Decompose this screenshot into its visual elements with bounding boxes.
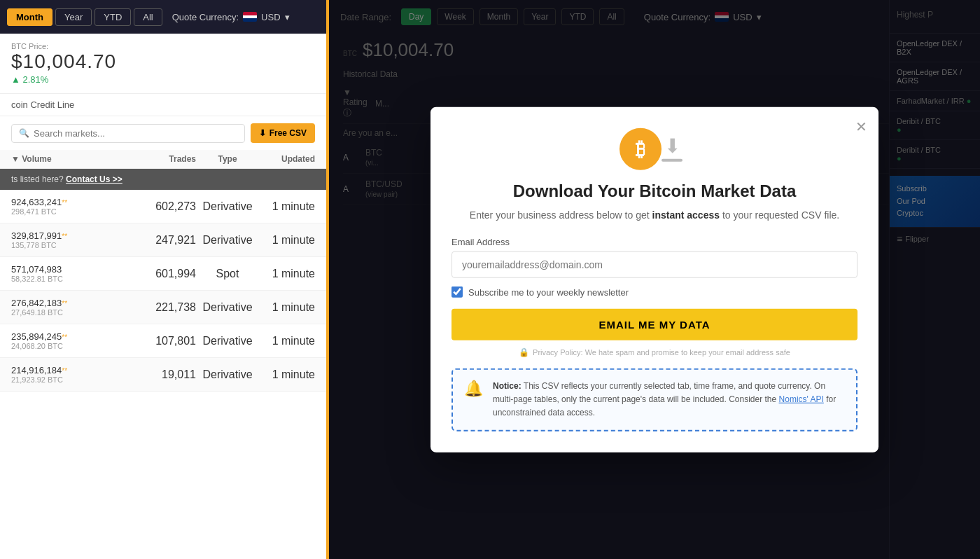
vol-value: 571,074,983 [11, 264, 140, 275]
search-icon: 🔍 [19, 128, 29, 138]
checkbox-row: Subscribe me to your weekly newsletter [451, 287, 858, 298]
flag-icon-left [243, 12, 257, 22]
vol-btc: 135,778 BTC [11, 241, 140, 249]
table-row: 276,842,183** 27,649.18 BTC 221,738 Deri… [0, 291, 326, 324]
quote-currency-left: Quote Currency: USD ▾ [172, 12, 290, 22]
updated-value: 1 minute [259, 335, 315, 347]
modal-close-button[interactable]: ✕ [855, 118, 867, 135]
star-badge: ** [62, 367, 67, 375]
trades-value: 221,738 [140, 301, 196, 314]
vol-value: 329,817,991** [11, 230, 140, 241]
star-badge: ** [62, 233, 67, 240]
checkbox-label: Subscribe me to your weekly newsletter [468, 287, 629, 297]
email-label: Email Address [451, 237, 858, 247]
download-line [662, 159, 682, 162]
subtitle-bold: instant access [652, 209, 720, 221]
notice-content: Notice: This CSV reflects your currently… [493, 380, 845, 420]
contact-bar: ts listed here? Contact Us >> [0, 169, 326, 190]
nav-year[interactable]: Year [55, 8, 92, 26]
email-input[interactable] [451, 251, 858, 278]
modal-icon-area: ₿ ⬇ [451, 128, 858, 170]
updated-value: 1 minute [259, 301, 315, 314]
vol-btc: 27,649.18 BTC [11, 308, 140, 317]
currency-chevron-left[interactable]: ▾ [285, 12, 290, 22]
star-badge: ** [62, 199, 67, 207]
btc-price-value: $10,004.70 [11, 50, 315, 73]
type-value: Derivative [196, 200, 259, 213]
notice-title: Notice: [493, 381, 522, 391]
type-value: Spot [196, 268, 259, 280]
star-badge: ** [62, 300, 67, 308]
right-panel: Date Range: Day Week Month Year YTD All … [329, 0, 980, 559]
updated-value: 1 minute [259, 268, 315, 280]
vol-value: 924,633,241** [11, 197, 140, 207]
nomics-api-link[interactable]: Nomics' API [779, 394, 824, 404]
table-body: 924,633,241** 298,471 BTC 602,273 Deriva… [0, 190, 326, 392]
subtitle-after: to your requested CSV file. [722, 209, 839, 221]
search-input[interactable] [34, 128, 237, 139]
trades-value: 601,994 [140, 268, 196, 280]
table-row: 235,894,245** 24,068.20 BTC 107,801 Deri… [0, 324, 326, 358]
csv-btn-label: Free CSV [270, 128, 307, 138]
section-title: coin Credit Line [0, 94, 326, 116]
type-value: Derivative [196, 335, 259, 347]
col-header-volume[interactable]: ▼ Volume [11, 154, 140, 164]
col-header-type: Type [196, 154, 259, 164]
contact-link[interactable]: Contact Us >> [66, 174, 122, 184]
updated-value: 1 minute [259, 200, 315, 213]
bitcoin-icon: ₿ [620, 128, 662, 170]
vol-btc: 24,068.20 BTC [11, 342, 140, 350]
type-value: Derivative [196, 301, 259, 314]
email-me-button[interactable]: EMAIL ME MY DATA [451, 309, 858, 340]
table-row: 214,916,184** 21,923.92 BTC 19,011 Deriv… [0, 358, 326, 392]
modal-subtitle: Enter your business address below to get… [451, 208, 858, 223]
vol-btc: 21,923.92 BTC [11, 375, 140, 384]
col-header-trades: Trades [140, 154, 196, 164]
vol-value: 214,916,184** [11, 365, 140, 375]
trades-value: 107,801 [140, 335, 196, 347]
privacy-text: Privacy Policy: We hate spam and promise… [533, 348, 790, 357]
star-badge: ** [62, 333, 67, 341]
lock-icon: 🔒 [519, 347, 529, 357]
notice-body: This CSV reflects your currently selecte… [493, 381, 825, 404]
btc-price-label: BTC Price: [11, 42, 315, 50]
bell-icon: 🔔 [464, 380, 483, 398]
price-change: ▲ 2.81% [11, 74, 315, 85]
download-modal: ✕ ₿ ⬇ Download Your Bitcoin Market Data … [430, 107, 878, 453]
subtitle-before: Enter your business address below to get [470, 209, 650, 221]
vol-btc: 58,322.81 BTC [11, 275, 140, 283]
type-value: Derivative [196, 368, 259, 381]
vol-value: 235,894,245** [11, 331, 140, 342]
table-row: 924,633,241** 298,471 BTC 602,273 Deriva… [0, 190, 326, 223]
currency-left: USD [261, 12, 280, 22]
updated-value: 1 minute [259, 368, 315, 381]
notice-box: 🔔 Notice: This CSV reflects your current… [451, 368, 858, 432]
top-nav: Month Year YTD All Quote Currency: USD ▾ [0, 0, 326, 34]
table-row: 329,817,991** 135,778 BTC 247,921 Deriva… [0, 223, 326, 257]
vol-value: 276,842,183** [11, 298, 140, 308]
search-row: 🔍 ⬇ Free CSV [0, 116, 326, 150]
nav-month[interactable]: Month [7, 8, 52, 26]
quote-label-left: Quote Currency: [172, 12, 239, 22]
trades-value: 19,011 [140, 368, 196, 381]
arrow-icon: ⬇ [664, 137, 680, 156]
nav-ytd[interactable]: YTD [94, 8, 131, 26]
trades-value: 602,273 [140, 200, 196, 213]
updated-value: 1 minute [259, 234, 315, 247]
trades-value: 247,921 [140, 234, 196, 247]
privacy-note: 🔒 Privacy Policy: We hate spam and promi… [451, 347, 858, 357]
contact-text: ts listed here? [11, 174, 64, 184]
type-value: Derivative [196, 234, 259, 247]
table-header: ▼ Volume Trades Type Updated [0, 150, 326, 169]
vol-btc: 298,471 BTC [11, 207, 140, 216]
download-icon-btn: ⬇ [259, 128, 266, 138]
left-panel: Month Year YTD All Quote Currency: USD ▾… [0, 0, 329, 559]
newsletter-checkbox[interactable] [451, 287, 463, 298]
nav-all[interactable]: All [134, 8, 162, 26]
search-box[interactable]: 🔍 [11, 124, 245, 143]
csv-button[interactable]: ⬇ Free CSV [251, 123, 315, 143]
modal-title: Download Your Bitcoin Market Data [451, 181, 858, 201]
price-section: BTC Price: $10,004.70 ▲ 2.81% [0, 34, 326, 94]
table-row: 571,074,983 58,322.81 BTC 601,994 Spot 1… [0, 257, 326, 291]
col-header-updated: Updated [259, 154, 315, 164]
